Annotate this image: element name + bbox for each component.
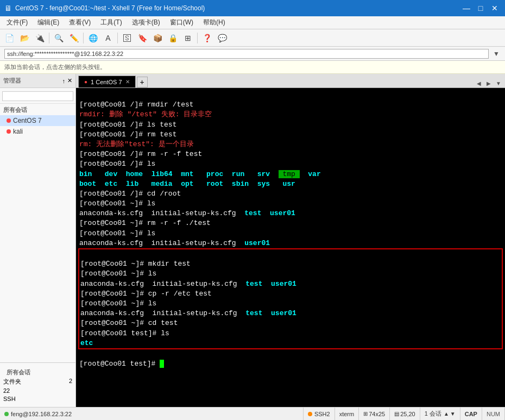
sidebar-second-count: 22 xyxy=(3,387,10,394)
pos-icon: ▤ xyxy=(394,411,399,417)
sidebar-pin-btn[interactable]: ↑ xyxy=(62,77,66,84)
maximize-button[interactable]: □ xyxy=(475,2,487,14)
status-protocol-dot xyxy=(308,412,312,416)
sidebar-lower: 所有会话 文件夹 2 22 SSH xyxy=(0,362,75,407)
tab-nav-left[interactable]: ◀ xyxy=(475,79,483,87)
status-protocol: SSH2 xyxy=(304,408,335,420)
tab-bar: ● 1 CentOS 7 ✕ + ◀ ▶ ▼ xyxy=(76,74,505,88)
status-size-text: 74x25 xyxy=(369,411,385,417)
right-panel: ● 1 CentOS 7 ✕ + ◀ ▶ ▼ [root@Coo01 /]# r… xyxy=(76,74,505,407)
toolbar-compose[interactable]: ✏️ xyxy=(67,31,81,45)
terminal[interactable]: [root@Coo01 /]# rmdir /test rmdir: 删除 "/… xyxy=(76,88,505,407)
sidebar-header: 管理器 ↑ ✕ xyxy=(0,74,75,88)
sidebar: 管理器 ↑ ✕ 所有会话 CentOS 7 kali 所有会话 文件夹 2 xyxy=(0,74,76,407)
tab-label: 1 CentOS 7 xyxy=(91,79,122,85)
terminal-highlight-content: [root@Coo01 ~]# mkdir test [root@Coo01 ~… xyxy=(80,249,501,348)
status-protocol-text: SSH2 xyxy=(314,411,330,417)
sidebar-lower-all: 所有会话 xyxy=(3,366,72,378)
terminal-cursor-line: [root@Coo01 test]# xyxy=(79,349,502,369)
hint-bar: 添加当前会话，点击左侧的箭头按钮。 xyxy=(0,61,505,74)
sidebar-close-btn[interactable]: ✕ xyxy=(67,77,72,84)
title-bar: 🖥 CentOS 7 - feng@Coo01:~/test - Xshell … xyxy=(0,0,505,16)
menu-tools[interactable]: 工具(T) xyxy=(96,17,126,28)
status-pos: ▤ 25,20 xyxy=(390,408,420,420)
toolbar-bold[interactable]: A xyxy=(101,31,115,45)
title-bar-controls: — □ ✕ xyxy=(460,2,501,14)
tab-dot: ● xyxy=(84,79,87,85)
title-bar-text: CentOS 7 - feng@Coo01:~/test - Xshell 7 … xyxy=(15,4,205,12)
sidebar-stats: 所有会话 文件夹 2 22 SSH xyxy=(0,362,75,407)
hint-text: 添加当前会话，点击左侧的箭头按钮。 xyxy=(4,63,106,71)
status-sessions: 1 会话 ▲ ▼ xyxy=(420,408,460,420)
status-sessions-text: 1 会话 xyxy=(425,410,441,418)
size-icon: ⊞ xyxy=(363,411,368,417)
toolbar-sep2 xyxy=(83,33,84,43)
menu-tab[interactable]: 选项卡(B) xyxy=(128,17,165,28)
minimize-button[interactable]: — xyxy=(460,2,472,14)
sidebar-all-sessions: 所有会话 xyxy=(0,104,75,115)
address-bar: ▼ xyxy=(0,47,505,61)
tab-centos7[interactable]: ● 1 CentOS 7 ✕ xyxy=(78,76,136,87)
tab-nav: ◀ ▶ ▼ xyxy=(475,79,503,87)
status-address: feng@192.168.22.3:22 xyxy=(0,408,304,420)
sidebar-stat-folders: 文件夹 2 xyxy=(3,378,72,386)
sidebar-dot-centos7 xyxy=(7,118,11,123)
status-size: ⊞ 74x25 xyxy=(359,408,390,420)
sidebar-item-kali[interactable]: kali xyxy=(0,126,75,137)
address-input[interactable] xyxy=(4,49,489,59)
sidebar-stat-second: 22 xyxy=(3,387,72,394)
sidebar-folders-label: 文件夹 xyxy=(3,378,21,386)
toolbar-sep1 xyxy=(49,33,49,43)
sessions-nav-up[interactable]: ▲ xyxy=(444,411,449,417)
status-bar: feng@192.168.22.3:22 SSH2 xterm ⊞ 74x25 … xyxy=(0,407,505,420)
sidebar-header-btns: ↑ ✕ xyxy=(62,77,73,84)
menu-window[interactable]: 窗口(W) xyxy=(166,17,198,28)
status-pos-text: 25,20 xyxy=(400,411,415,417)
status-cap-text: CAP xyxy=(465,411,477,417)
toolbar: 📄 📂 🔌 🔍 ✏️ 🌐 A 🅂 🔖 📦 🔒 ⊞ ❓ 💬 xyxy=(0,29,505,47)
menu-bar: 文件(F) 编辑(E) 查看(V) 工具(T) 选项卡(B) 窗口(W) 帮助(… xyxy=(0,16,505,29)
status-cap: CAP xyxy=(460,408,482,420)
sidebar-item-centos7[interactable]: CentOS 7 xyxy=(0,115,75,126)
toolbar-help[interactable]: ❓ xyxy=(200,31,214,45)
toolbar-bookmark[interactable]: 🔖 xyxy=(135,31,149,45)
terminal-content: [root@Coo01 /]# rmdir /test rmdir: 删除 "/… xyxy=(79,90,502,248)
status-term-text: xterm xyxy=(339,411,355,417)
toolbar-open[interactable]: 📂 xyxy=(17,31,31,45)
toolbar-lock[interactable]: 🔒 xyxy=(166,31,180,45)
address-dropdown[interactable]: ▼ xyxy=(492,49,501,58)
tab-nav-menu[interactable]: ▼ xyxy=(494,79,503,87)
sidebar-label-centos7: CentOS 7 xyxy=(13,117,42,124)
tab-close-btn[interactable]: ✕ xyxy=(125,79,130,85)
tab-nav-right[interactable]: ▶ xyxy=(484,79,493,87)
toolbar-sep3 xyxy=(117,33,118,43)
sidebar-title: 管理器 xyxy=(3,77,21,85)
sessions-nav-down[interactable]: ▼ xyxy=(450,411,456,417)
menu-file[interactable]: 文件(F) xyxy=(2,17,32,28)
toolbar-chat[interactable]: 💬 xyxy=(215,31,229,45)
toolbar-new[interactable]: 📄 xyxy=(2,31,16,45)
status-term: xterm xyxy=(335,408,359,420)
sidebar-search-input[interactable] xyxy=(2,91,73,101)
toolbar-grid[interactable]: ⊞ xyxy=(181,31,195,45)
toolbar-sep4 xyxy=(197,33,198,43)
title-bar-left: 🖥 CentOS 7 - feng@Coo01:~/test - Xshell … xyxy=(4,4,205,12)
status-dot xyxy=(4,412,9,416)
app-icon: 🖥 xyxy=(4,4,12,12)
toolbar-s[interactable]: 🅂 xyxy=(120,31,134,45)
status-address-text: feng@192.168.22.3:22 xyxy=(11,411,72,417)
highlight-box: [root@Coo01 ~]# mkdir test [root@Coo01 ~… xyxy=(78,248,503,349)
tab-add-btn[interactable]: + xyxy=(137,77,148,87)
toolbar-globe[interactable]: 🌐 xyxy=(86,31,100,45)
sidebar-ssh-label: SSH xyxy=(3,396,16,402)
menu-help[interactable]: 帮助(H) xyxy=(199,17,230,28)
close-button[interactable]: ✕ xyxy=(489,2,501,14)
toolbar-find[interactable]: 🔍 xyxy=(52,31,66,45)
sidebar-label-kali: kali xyxy=(13,128,23,135)
menu-edit[interactable]: 编辑(E) xyxy=(33,17,64,28)
sidebar-folders-count: 2 xyxy=(69,378,72,386)
toolbar-transfer[interactable]: 📦 xyxy=(150,31,165,45)
menu-view[interactable]: 查看(V) xyxy=(65,17,95,28)
sidebar-dot-kali xyxy=(7,129,11,134)
toolbar-disconnect[interactable]: 🔌 xyxy=(33,31,47,45)
